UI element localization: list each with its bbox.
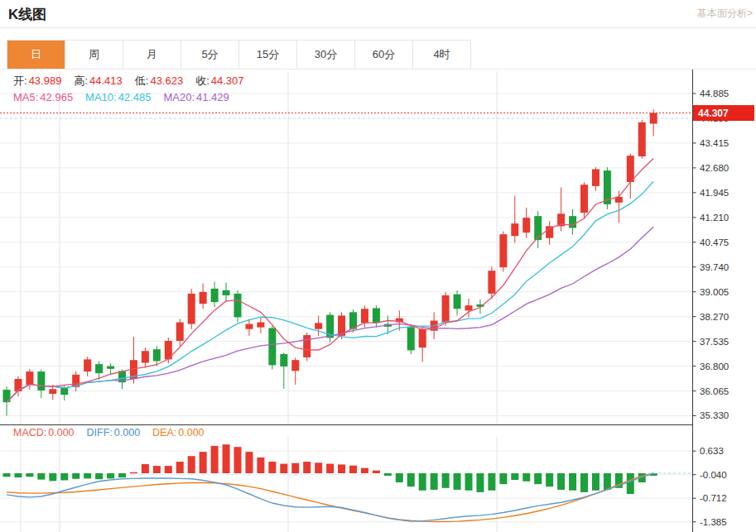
- svg-text:-1.385: -1.385: [700, 517, 727, 527]
- header-divider: [0, 27, 756, 28]
- svg-text:43.415: 43.415: [700, 138, 729, 148]
- ma-item-2: MA20:41.429: [163, 91, 229, 103]
- diff-line: [7, 473, 653, 521]
- svg-text:44.307: 44.307: [698, 108, 729, 119]
- macd-item-2: DEA:0.000: [152, 427, 204, 439]
- ohlc-item-1: 高:44.413: [74, 74, 122, 89]
- svg-text:40.475: 40.475: [700, 237, 729, 247]
- svg-text:-0.040: -0.040: [700, 470, 727, 480]
- ma5-line: [7, 158, 653, 402]
- svg-text:-0.712: -0.712: [700, 493, 727, 503]
- svg-text:42.680: 42.680: [700, 163, 729, 173]
- svg-text:41.945: 41.945: [700, 188, 729, 198]
- tab-period-2[interactable]: 月: [123, 41, 181, 69]
- ohlc-item-2: 低:43.623: [135, 74, 183, 89]
- svg-text:44.885: 44.885: [700, 89, 729, 98]
- svg-text:35.330: 35.330: [700, 410, 729, 420]
- svg-text:41.210: 41.210: [700, 213, 729, 223]
- macd-panel-chart[interactable]: 0.633-0.040-0.712-1.385: [0, 425, 756, 532]
- tab-period-4[interactable]: 15分: [239, 41, 297, 69]
- tab-period-1[interactable]: 周: [65, 41, 123, 69]
- svg-text:38.270: 38.270: [700, 312, 729, 322]
- main-y-axis: 44.88544.15043.41542.68041.94541.21040.4…: [0, 69, 729, 425]
- main-candlestick-chart[interactable]: 44.88544.15043.41542.68041.94541.21040.4…: [0, 69, 756, 425]
- macd-histogram: [3, 444, 657, 494]
- tab-period-6[interactable]: 60分: [355, 41, 413, 69]
- svg-text:39.005: 39.005: [700, 287, 729, 297]
- kline-widget: K线图 基本面分析> 日周月5分15分30分60分4时 44.88544.150…: [0, 0, 756, 532]
- ma-readout-row: MA5:42.965MA10:42.485MA20:41.429: [13, 91, 229, 103]
- macd-item-0: MACD:0.000: [13, 427, 75, 439]
- svg-text:36.065: 36.065: [700, 386, 729, 396]
- main-gridlines: [0, 71, 693, 425]
- macd-item-1: DIFF:0.000: [87, 427, 141, 439]
- macd-gridlines: [0, 437, 693, 532]
- candlestick-series: [3, 109, 657, 415]
- period-tabbar: 日周月5分15分30分60分4时: [7, 40, 471, 69]
- fundamental-analysis-link[interactable]: 基本面分析>: [697, 7, 753, 21]
- tab-period-0[interactable]: 日: [7, 41, 65, 69]
- tab-period-5[interactable]: 30分: [297, 41, 355, 69]
- macd-readout-row: MACD:0.000DIFF:0.000DEA:0.000: [13, 427, 205, 439]
- current-price-badge: 44.307: [693, 105, 754, 121]
- tab-period-3[interactable]: 5分: [181, 41, 239, 69]
- ohlc-item-3: 收:44.307: [195, 74, 243, 89]
- svg-text:0.633: 0.633: [700, 446, 724, 456]
- tab-period-7[interactable]: 4时: [413, 41, 470, 69]
- ma-item-0: MA5:42.965: [13, 91, 73, 103]
- svg-text:37.535: 37.535: [700, 337, 729, 347]
- ohlc-item-0: 开:43.989: [13, 74, 61, 89]
- svg-text:36.800: 36.800: [700, 362, 729, 371]
- page-title: K线图: [8, 5, 46, 24]
- ma-item-1: MA10:42.485: [85, 91, 151, 103]
- svg-text:39.740: 39.740: [700, 262, 729, 272]
- macd-y-axis: 0.633-0.040-0.712-1.385: [693, 425, 727, 532]
- ohlc-readout-row: 开:43.989高:44.413低:43.623收:44.307: [13, 74, 244, 89]
